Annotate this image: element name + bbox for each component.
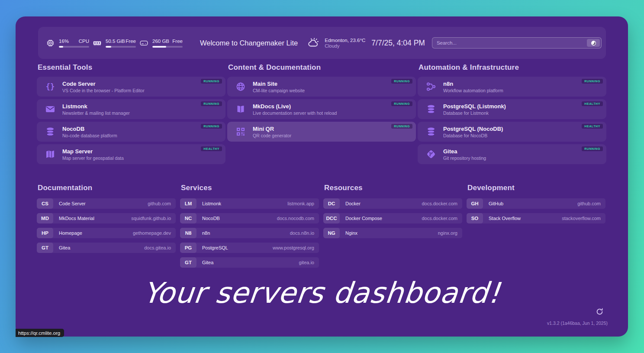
cpu-icon: [46, 39, 55, 48]
bookmark-name: Nginx: [345, 230, 357, 236]
section-title: Automation & Infrastructure: [419, 63, 606, 72]
bookmark-group: DocumentationCSCode Servergithub.comMDMk…: [37, 184, 176, 257]
search-container: [432, 37, 602, 49]
bookmark-group: ServicesLMListmonklistmonk.appNCNocoDBdo…: [180, 184, 319, 272]
database-icon: [45, 126, 55, 137]
envelope-icon: [45, 104, 55, 114]
bookmark-stack-overflow[interactable]: SOStack Overflowstackoverflow.com: [467, 213, 605, 223]
service-card-postgresql-nocodb-[interactable]: PostgreSQL (NocoDB)Database for NocoDBHE…: [418, 122, 606, 142]
service-groups: Essential Tools{}Code ServerVS Code in t…: [37, 63, 606, 167]
bookmark-postgresql[interactable]: PGPostgreSQLwww.postgresql.org: [180, 243, 319, 253]
bookmark-github[interactable]: GHGitHubgithub.com: [467, 198, 605, 209]
version-text: v1.3.2 (1a46baa, Jun 1, 2025): [547, 321, 608, 326]
bookmark-url: github.com: [577, 201, 601, 206]
qr-code-icon: [235, 126, 246, 137]
service-description: CM-lite campaign website: [253, 88, 305, 93]
bookmark-url: github.com: [148, 201, 171, 206]
duckduckgo-icon: [591, 40, 596, 46]
service-card-main-site[interactable]: Main SiteCM-lite campaign websiteRUNNING: [227, 77, 416, 97]
bookmark-docker[interactable]: DCDockerdocs.docker.com: [323, 198, 462, 209]
service-name: n8n: [443, 81, 503, 87]
service-card-postgresql-listmonk-[interactable]: PostgreSQL (Listmonk)Database for Listmo…: [418, 99, 606, 119]
bookmark-docker-compose[interactable]: DCCDocker Composedocs.docker.com: [323, 213, 462, 223]
bookmark-abbr: MD: [37, 213, 53, 223]
bookmark-gitea[interactable]: GTGiteadocs.gitea.io: [37, 243, 176, 253]
service-card-gitea[interactable]: GiteaGit repository hostingRUNNING: [418, 144, 606, 164]
bookmark-n8n[interactable]: N8n8ndocs.n8n.io: [180, 228, 319, 238]
disk-widget[interactable]: 260 GBFree: [139, 39, 183, 48]
service-card-code-server[interactable]: {}Code ServerVS Code in the browser - Pl…: [37, 77, 225, 97]
service-name: MkDocs (Live): [253, 103, 337, 110]
service-card-nocodb[interactable]: NocoDBNo-code database platformRUNNING: [37, 122, 225, 142]
section-title: Development: [467, 184, 605, 192]
map-icon: [45, 149, 55, 159]
bookmark-url: docs.docker.com: [422, 216, 457, 221]
weather-location-temp: Edmonton, 23.6°C: [325, 38, 365, 43]
status-badge: RUNNING: [201, 124, 222, 129]
service-name: Gitea: [443, 148, 486, 155]
service-card-n8n[interactable]: n8nWorkflow automation platformRUNNING: [418, 77, 606, 97]
bookmark-name: Homepage: [59, 230, 82, 236]
bookmark-name: Listmonk: [202, 201, 221, 206]
service-group: Content & DocumentationMain SiteCM-lite …: [227, 63, 416, 167]
service-description: Newsletter & mailing list manager: [62, 110, 130, 116]
refresh-button[interactable]: [595, 308, 604, 316]
service-card-mkdocs-live-[interactable]: MkDocs (Live)Live documentation server w…: [227, 99, 416, 119]
service-card-listmonk[interactable]: ListmonkNewsletter & mailing list manage…: [37, 99, 225, 119]
section-title: Essential Tools: [38, 63, 225, 72]
svg-text:{}: {}: [46, 82, 55, 91]
service-group: Automation & Infrastructuren8nWorkflow a…: [418, 63, 606, 167]
bookmark-name: Docker: [345, 201, 361, 206]
bookmark-url: gitea.io: [299, 260, 314, 265]
bookmark-abbr: SO: [467, 213, 483, 223]
workflow-icon: [426, 81, 436, 92]
bookmark-url: nginx.org: [438, 230, 457, 236]
bookmark-group: ResourcesDCDockerdocs.docker.comDCCDocke…: [323, 184, 462, 243]
bookmark-name: GitHub: [489, 201, 503, 206]
cpu-widget[interactable]: 16%CPU: [46, 39, 89, 48]
widget-progress-track: [106, 46, 136, 48]
datetime: 7/7/25, 4:04 PM: [371, 39, 425, 48]
weather-widget[interactable]: Edmonton, 23.6°C Cloudy: [307, 37, 365, 49]
service-description: Live documentation server with hot reloa…: [253, 110, 337, 116]
widget-label: CPU: [79, 39, 89, 44]
widget-label: Free: [172, 39, 183, 44]
section-title: Content & Documentation: [228, 63, 416, 72]
widget-value: 16%: [59, 39, 69, 44]
bookmark-url: docs.gitea.io: [144, 245, 171, 250]
status-badge: RUNNING: [391, 79, 412, 84]
status-badge: RUNNING: [201, 101, 222, 106]
service-name: Listmonk: [62, 103, 130, 110]
service-group: Essential Tools{}Code ServerVS Code in t…: [37, 63, 225, 167]
memory-widget[interactable]: 50.5 GiBFree: [93, 39, 136, 48]
bookmark-homepage[interactable]: HPHomepagegethomepage.dev: [37, 228, 176, 238]
search-input[interactable]: [432, 37, 602, 49]
bookmark-gitea[interactable]: GTGiteagitea.io: [180, 257, 319, 268]
service-name: Code Server: [62, 81, 145, 87]
search-engine-button[interactable]: [587, 39, 600, 47]
gitea-icon: [426, 149, 436, 159]
bookmark-url: docs.docker.com: [422, 201, 457, 206]
widget-value: 50.5 GiB: [106, 39, 125, 44]
bookmark-abbr: N8: [180, 228, 196, 238]
bookmark-url: docs.nocodb.com: [277, 216, 314, 221]
bookmark-mkdocs-material[interactable]: MDMkDocs Materialsquidfunk.github.io: [37, 213, 176, 223]
service-name: PostgreSQL (Listmonk): [443, 103, 506, 110]
bookmark-code-server[interactable]: CSCode Servergithub.com: [37, 198, 176, 209]
status-badge: RUNNING: [391, 124, 412, 129]
status-badge: HEALTHY: [582, 124, 603, 129]
disk-icon: [139, 39, 148, 48]
page-title: Welcome to Changemaker Lite: [200, 39, 298, 47]
refresh-icon: [596, 308, 604, 316]
dashboard-panel: 16%CPU50.5 GiBFree260 GBFree Welcome to …: [16, 16, 628, 337]
bookmark-nocodb[interactable]: NCNocoDBdocs.nocodb.com: [180, 213, 319, 223]
service-card-mini-qr[interactable]: Mini QRQR code generatorRUNNING: [227, 122, 416, 142]
resource-widgets: 16%CPU50.5 GiBFree260 GBFree: [42, 39, 183, 48]
bookmark-url: gethomepage.dev: [133, 230, 171, 236]
service-card-map-server[interactable]: Map ServerMap server for geospatial data…: [37, 144, 225, 164]
bookmark-url: listmonk.app: [287, 201, 314, 206]
widget-progress-fill: [59, 46, 63, 48]
bookmark-name: Code Server: [59, 201, 86, 206]
bookmark-listmonk[interactable]: LMListmonklistmonk.app: [180, 198, 319, 209]
bookmark-nginx[interactable]: NGNginxnginx.org: [323, 228, 462, 238]
